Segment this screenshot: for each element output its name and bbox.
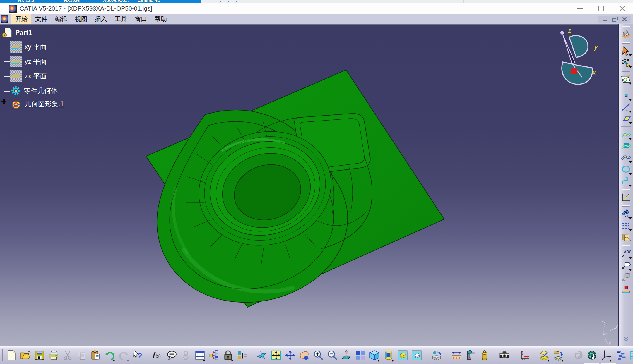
tree-item-zx-plane[interactable]: zx 平面 [10, 70, 47, 82]
spline-icon[interactable] [620, 175, 632, 187]
zoom-out-icon[interactable] [327, 348, 338, 362]
construction-stamp-icon[interactable] [620, 283, 632, 295]
view-projection-icon[interactable] [620, 271, 632, 283]
design-table-icon[interactable] [194, 348, 206, 362]
lock-icon[interactable] [223, 348, 234, 362]
menu-start[interactable]: 开始 [11, 14, 31, 24]
toolbar-drag-handle[interactable] [622, 42, 630, 44]
relations-icon[interactable] [208, 348, 220, 362]
equivalent-dimensions-icon[interactable]: }= [237, 348, 248, 362]
workbench-gsd-icon[interactable] [620, 29, 632, 40]
swap-visible-space-icon[interactable] [411, 348, 422, 362]
select-icon[interactable] [620, 45, 632, 57]
product-structure-icon[interactable] [615, 348, 626, 362]
translate-repeat-icon[interactable]: ×N [620, 208, 632, 220]
tree-item-label[interactable]: zx 平面 [25, 72, 47, 81]
minimize-button[interactable] [576, 5, 584, 12]
sketcher-icon[interactable] [620, 73, 632, 85]
powercopy-icon[interactable] [573, 348, 584, 362]
plane-icon[interactable] [620, 113, 632, 125]
mass-properties-icon[interactable] [479, 348, 490, 362]
formula-icon[interactable]: f(x) [152, 348, 163, 362]
tree-item-xy-plane[interactable]: xy 平面 [10, 41, 47, 53]
iso-view-icon[interactable] [369, 348, 380, 362]
dimension-axis-icon[interactable] [519, 348, 530, 362]
sketch-tools-icon[interactable] [539, 348, 550, 362]
model-3d-surface[interactable] [0, 25, 618, 346]
tree-item-geometrical-set[interactable]: 几何图形集.1 [10, 98, 64, 110]
render-style-icon[interactable] [383, 348, 394, 362]
toolbar-drag-handle[interactable] [622, 245, 630, 246]
web-icon[interactable] [587, 348, 598, 362]
mdi-minimize-button[interactable] [601, 16, 608, 22]
menu-window[interactable]: 窗口 [131, 14, 151, 24]
menu-insert[interactable]: 插入 [91, 14, 111, 24]
user-selection-filter-icon[interactable] [620, 57, 632, 68]
tree-item-label[interactable]: 几何图形集.1 [25, 99, 64, 109]
multi-sections-surface-icon[interactable] [620, 140, 632, 152]
tree-expand-button[interactable] [1, 98, 7, 105]
paste-format-icon[interactable] [620, 231, 632, 243]
turntable-icon[interactable] [431, 348, 442, 362]
copy-icon[interactable] [76, 348, 87, 362]
axis-system-icon[interactable] [601, 348, 612, 362]
tree-item-yz-plane[interactable]: yz 平面 [10, 56, 47, 67]
normal-view-icon[interactable] [341, 348, 352, 362]
blend-surface-icon[interactable] [620, 152, 632, 164]
menu-help[interactable]: 帮助 [151, 14, 171, 24]
point-icon[interactable] [620, 90, 632, 101]
maximize-button[interactable] [597, 5, 605, 12]
multi-view-icon[interactable] [355, 348, 366, 362]
toolbar-drag-handle[interactable] [622, 189, 630, 190]
tree-root-label[interactable]: Part1 [15, 29, 32, 37]
compass[interactable]: z y x [554, 27, 601, 90]
measure-between-icon[interactable] [451, 348, 462, 362]
mdi-restore-button[interactable] [611, 16, 618, 22]
line-icon[interactable] [620, 101, 632, 113]
toolbar-drag-handle[interactable] [2, 349, 3, 361]
swept-surface-icon[interactable] [620, 128, 632, 140]
points-grid-icon[interactable] [620, 220, 632, 231]
print-icon[interactable] [48, 348, 59, 362]
knowledge-icon[interactable] [180, 348, 191, 362]
catalog-icon[interactable] [553, 348, 564, 362]
zoom-in-icon[interactable] [313, 348, 324, 362]
paste-icon[interactable] [90, 348, 101, 362]
toolbar-drag-handle[interactable] [622, 26, 630, 27]
tree-root[interactable]: Part1 [1, 27, 32, 39]
close-button[interactable] [618, 5, 626, 12]
fly-mode-icon[interactable] [256, 348, 268, 362]
tree-item-label[interactable]: yz 平面 [25, 57, 47, 66]
toolbar-drag-handle[interactable] [622, 87, 630, 88]
toolbar-drag-handle[interactable] [622, 71, 630, 72]
flag-note-icon[interactable] [620, 260, 632, 271]
menu-edit[interactable]: 编辑 [51, 14, 71, 24]
menu-tools[interactable]: 工具 [111, 14, 131, 24]
text-annotation-icon[interactable]: ABC [620, 248, 632, 260]
law-icon[interactable] [620, 192, 632, 203]
tree-item-label[interactable]: 零件几何体 [24, 86, 58, 95]
cut-icon[interactable] [62, 348, 73, 362]
capture-icon[interactable] [499, 348, 510, 362]
pan-icon[interactable] [285, 348, 296, 362]
hide-show-icon[interactable] [397, 348, 408, 362]
new-icon[interactable] [6, 348, 17, 362]
mdi-close-button[interactable] [621, 16, 628, 22]
whats-this-icon[interactable]: ? [132, 348, 143, 362]
menu-view[interactable]: 视图 [71, 14, 91, 24]
measure-item-icon[interactable] [465, 348, 476, 362]
open-icon[interactable] [20, 348, 31, 362]
undo-icon[interactable] [104, 348, 115, 362]
more-tools-chevron[interactable] [620, 333, 632, 345]
work-grid-icon[interactable] [629, 348, 633, 362]
fit-all-in-icon[interactable] [271, 348, 282, 362]
save-icon[interactable] [34, 348, 45, 362]
tree-item-label[interactable]: xy 平面 [25, 42, 47, 51]
comment-icon[interactable] [166, 348, 177, 362]
tree-item-part-body[interactable]: 零件几何体 [10, 85, 58, 97]
menu-file[interactable]: 文件 [31, 14, 51, 24]
circle-icon[interactable] [620, 164, 632, 175]
toolbar-drag-handle[interactable] [622, 205, 630, 207]
redo-icon[interactable] [118, 348, 129, 362]
rotate-icon[interactable] [299, 348, 310, 362]
